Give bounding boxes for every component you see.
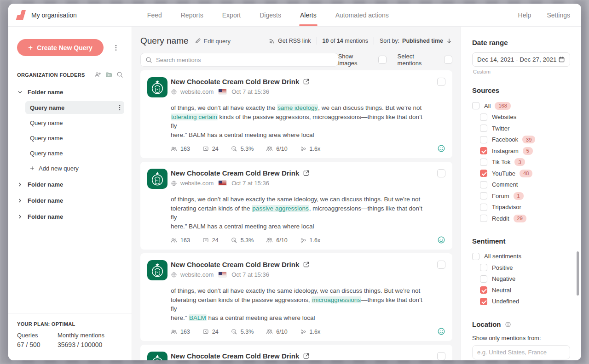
add-folder-icon[interactable] <box>105 71 112 78</box>
sentiment-all-sentiments[interactable]: All sentiments <box>472 251 570 262</box>
source-checkbox-tik-tok[interactable] <box>480 159 487 166</box>
source-checkbox-all[interactable] <box>472 102 479 109</box>
sentiment-checkbox-all-sentiments[interactable] <box>472 253 479 260</box>
source-all[interactable]: All168 <box>472 100 570 112</box>
search-mentions-input[interactable] <box>156 57 333 63</box>
source-checkbox-reddit[interactable] <box>480 215 487 222</box>
external-link-icon[interactable] <box>303 78 310 85</box>
source-checkbox-comment[interactable] <box>480 181 487 188</box>
query-row-2[interactable]: Query name <box>17 116 123 129</box>
source-forum[interactable]: Forum1 <box>472 190 570 202</box>
source-checkbox-facebook[interactable] <box>480 136 487 143</box>
mention-title[interactable]: New Chocolate Cream Cold Brew Drink <box>171 169 299 177</box>
source-twitter[interactable]: Twitter <box>472 123 570 134</box>
source-checkbox-youtube[interactable] <box>480 170 487 177</box>
sentiment-smiley-icon[interactable] <box>437 236 445 244</box>
app-logo-icon[interactable] <box>16 10 26 21</box>
edit-query-button[interactable]: Edit query <box>195 38 231 45</box>
sentiment-checkbox-neutral[interactable] <box>480 286 487 294</box>
mention-select-checkbox[interactable] <box>437 261 445 269</box>
sentiment-smiley-icon[interactable] <box>437 327 445 336</box>
nav-tab-alerts[interactable]: Alerts <box>299 5 318 26</box>
query-row-1-selected[interactable]: Query name <box>25 101 124 114</box>
select-mentions-checkbox[interactable] <box>444 56 452 64</box>
source-tripadvisor[interactable]: Tripadvisor <box>472 202 570 213</box>
organisation-name[interactable]: My organisation <box>31 11 77 19</box>
mention-card-top: New Chocolate Cream Cold Brew Drinkwebsi… <box>147 169 445 189</box>
source-label: YouTube <box>492 170 515 177</box>
sentiment-undefined[interactable]: Undefined <box>472 296 570 307</box>
source-youtube[interactable]: YouTube48 <box>472 168 570 179</box>
filters-scrollbar[interactable] <box>577 251 579 296</box>
external-link-icon[interactable] <box>303 261 310 268</box>
sort-by-control[interactable]: Sort by: Published time <box>380 38 452 44</box>
nav-link-settings[interactable]: Settings <box>547 5 570 26</box>
sentiment-checkbox-undefined[interactable] <box>480 298 487 305</box>
nav-tab-feed[interactable]: Feed <box>146 5 163 26</box>
sentiment-label: All sentiments <box>484 253 521 260</box>
folder-row-4[interactable]: Folder name <box>17 210 123 223</box>
select-mentions-toggle[interactable]: Select mentions <box>398 53 452 67</box>
mention-select-checkbox[interactable] <box>437 352 445 360</box>
stat-engagement: 5.3% <box>231 329 254 335</box>
mention-select-checkbox[interactable] <box>437 78 445 86</box>
sentiment-negative[interactable]: Negative <box>472 273 570 285</box>
show-images-checkbox[interactable] <box>378 56 387 64</box>
mention-select-checkbox[interactable] <box>437 169 445 177</box>
folder-row-3[interactable]: Folder name <box>17 194 123 207</box>
mention-source[interactable]: website.com <box>180 180 214 187</box>
nav-tab-export[interactable]: Export <box>221 5 242 26</box>
sentiment-neutral[interactable]: Neutral <box>472 284 570 296</box>
sentiment-positive[interactable]: Positive <box>472 262 570 273</box>
plan-mentions-label: Monthly mentions <box>58 332 122 339</box>
highlighted-keyword: passive aggressions <box>252 205 309 212</box>
info-icon[interactable] <box>505 321 511 328</box>
source-tik-tok[interactable]: Tik Tok3 <box>472 157 570 168</box>
app-window: My organisation FeedReportsExportDigests… <box>8 4 581 360</box>
engagement-icon <box>231 237 237 244</box>
query-kebab-menu-icon[interactable] <box>116 104 123 111</box>
folder-row-2[interactable]: Folder name <box>17 178 123 191</box>
plus-icon: + <box>28 44 33 51</box>
source-instagram[interactable]: Instagram5 <box>472 145 570 157</box>
external-link-icon[interactable] <box>303 170 310 176</box>
get-rss-link-button[interactable]: Get RSS link <box>269 38 311 44</box>
source-facebook[interactable]: Facebook39 <box>472 134 570 146</box>
external-link-icon[interactable] <box>303 353 310 359</box>
location-include-input[interactable] <box>477 349 565 356</box>
mention-source[interactable]: website.com <box>180 271 214 278</box>
show-images-toggle[interactable]: Show images <box>338 53 387 67</box>
source-comment[interactable]: Comment <box>472 179 570 191</box>
source-checkbox-twitter[interactable] <box>480 125 487 132</box>
query-row-4[interactable]: Query name <box>17 147 123 159</box>
source-label: Tripadvisor <box>492 204 521 210</box>
stat-audience-value: 163 <box>180 237 190 244</box>
nav-tab-digests[interactable]: Digests <box>259 5 282 26</box>
create-new-query-button[interactable]: + Create New Query <box>17 39 104 56</box>
mention-title[interactable]: New Chocolate Cream Cold Brew Drink <box>171 261 299 268</box>
source-reddit[interactable]: Reddit29 <box>472 213 570 224</box>
sentiment-smiley-icon[interactable] <box>437 144 445 153</box>
mention-title[interactable]: New Chocolate Cream Cold Brew Drink <box>171 78 299 85</box>
mention-text: of things, we don’t all have exactly the… <box>171 195 428 231</box>
query-row-3[interactable]: Query name <box>17 131 123 144</box>
top-navbar: My organisation FeedReportsExportDigests… <box>8 4 581 27</box>
add-new-query-button[interactable]: Add new query <box>17 162 123 175</box>
source-checkbox-instagram[interactable] <box>480 147 487 154</box>
source-checkbox-websites[interactable] <box>480 114 487 121</box>
source-websites[interactable]: Websites <box>472 112 570 123</box>
sidebar-kebab-menu-icon[interactable] <box>112 44 120 51</box>
folder-row-1[interactable]: Folder name <box>17 85 123 98</box>
source-checkbox-tripadvisor[interactable] <box>480 204 487 211</box>
date-range-input[interactable]: Dec 14, 2021 - Dec 27, 2021 <box>472 52 570 67</box>
search-folders-icon[interactable] <box>116 71 123 78</box>
mention-source[interactable]: website.com <box>180 88 214 95</box>
nav-tab-reports[interactable]: Reports <box>180 5 204 26</box>
sentiment-checkbox-negative[interactable] <box>480 275 487 283</box>
nav-tab-automated-actions[interactable]: Automated actions <box>335 5 390 26</box>
sentiment-checkbox-positive[interactable] <box>480 264 487 271</box>
add-user-icon[interactable] <box>94 71 101 78</box>
source-checkbox-forum[interactable] <box>480 192 487 199</box>
mention-title[interactable]: New Chocolate Cream Cold Brew Drink <box>171 352 299 360</box>
nav-link-help[interactable]: Help <box>518 5 531 26</box>
